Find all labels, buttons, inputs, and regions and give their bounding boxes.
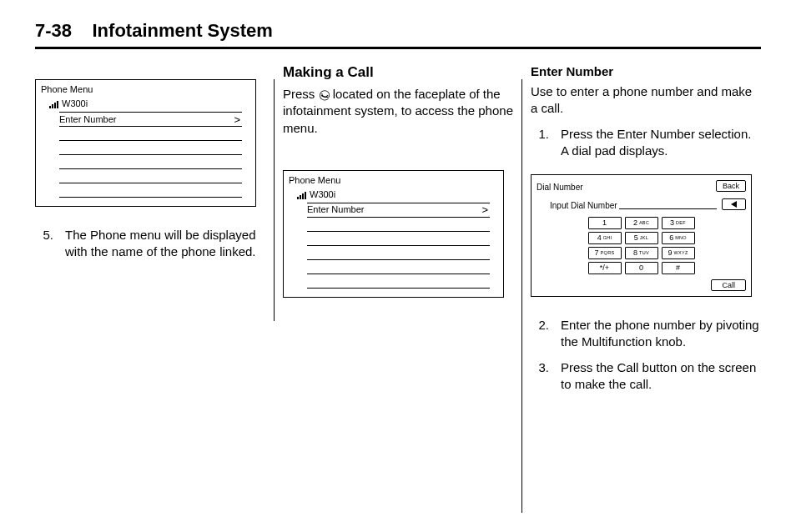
step-text: Press the Call button on the screen to m… xyxy=(561,359,761,394)
header-rule xyxy=(35,47,761,49)
column-separator xyxy=(274,79,275,321)
page-number: 7-38 xyxy=(35,20,72,41)
key-0: 0 xyxy=(625,262,658,274)
enter-number-label: Enter Number xyxy=(307,205,364,214)
empty-row xyxy=(307,260,490,274)
backspace-button xyxy=(722,198,746,210)
column-separator xyxy=(521,79,522,513)
bt-device-name: W300i xyxy=(310,190,335,199)
enter-number-heading: Enter Number xyxy=(531,64,761,78)
phone-menu-figure-2: Phone Menu W300i Enter Number > xyxy=(283,170,504,298)
empty-row xyxy=(59,127,242,141)
key-5-jkl: 5JKL xyxy=(625,232,658,244)
key-hash: # xyxy=(662,262,695,274)
step-number: 1. xyxy=(531,126,549,160)
backspace-icon xyxy=(731,201,737,208)
back-button: Back xyxy=(716,180,746,192)
step-number: 3. xyxy=(531,359,549,394)
step-text: Press the Enter Number selection. A dial… xyxy=(561,126,761,160)
key-7-pqrs: 7PQRS xyxy=(588,247,622,259)
key-2-abc: 2ABC xyxy=(625,217,658,229)
phone-menu-title: Phone Menu xyxy=(289,176,498,185)
phone-menu-figure-1: Phone Menu W300i Enter Number > xyxy=(35,79,256,207)
para-before: Press xyxy=(283,87,319,101)
phone-icon: ✆ xyxy=(324,90,325,101)
phone-menu-title: Phone Menu xyxy=(41,85,250,94)
step-text: The Phone menu will be displayed with th… xyxy=(65,227,265,261)
empty-row xyxy=(307,218,490,232)
key-8-tuv: 8TUV xyxy=(625,247,658,259)
step-item: 2. Enter the phone number by pivoting th… xyxy=(531,317,761,351)
key-star: */+ xyxy=(588,262,622,274)
making-a-call-paragraph: Press ✆ located on the faceplate of the … xyxy=(283,86,513,137)
dial-pad-figure: Dial Number Back Input Dial Number 1 2AB… xyxy=(531,174,752,297)
enter-number-intro: Use to enter a phone number and make a c… xyxy=(531,83,761,118)
step-number: 2. xyxy=(531,317,549,351)
section-title: Infotainment System xyxy=(93,20,273,41)
call-button: Call xyxy=(711,279,746,291)
empty-row xyxy=(307,274,490,289)
empty-row xyxy=(59,169,242,183)
input-label: Input Dial Number xyxy=(550,202,617,210)
empty-row xyxy=(307,246,490,260)
step-item: 1. Press the Enter Number selection. A d… xyxy=(531,126,761,160)
making-a-call-heading: Making a Call xyxy=(283,64,513,81)
key-4-ghi: 4GHI xyxy=(588,232,622,244)
key-1: 1 xyxy=(588,217,622,229)
empty-row xyxy=(59,183,242,198)
signal-icon xyxy=(297,192,306,199)
input-field-line xyxy=(619,207,717,209)
empty-row xyxy=(59,155,242,169)
enter-number-row: Enter Number > xyxy=(307,203,490,218)
key-3-def: 3DEF xyxy=(662,217,695,229)
dial-number-title: Dial Number xyxy=(537,183,583,192)
step-number: 5. xyxy=(35,227,53,261)
step-text: Enter the phone number by pivoting the M… xyxy=(561,317,761,351)
empty-row xyxy=(307,232,490,246)
step-item: 5. The Phone menu will be displayed with… xyxy=(35,227,265,261)
dial-keypad: 1 2ABC 3DEF 4GHI 5JKL 6MNO 7PQRS 8TUV 9W… xyxy=(588,217,695,274)
bt-device-name: W300i xyxy=(62,99,88,108)
key-6-mno: 6MNO xyxy=(662,232,695,244)
signal-icon xyxy=(49,101,58,108)
step-item: 3. Press the Call button on the screen t… xyxy=(531,359,761,394)
column-2: Making a Call Press ✆ located on the fac… xyxy=(283,64,513,513)
key-9-wxyz: 9WXYZ xyxy=(662,247,695,259)
chevron-right-icon: > xyxy=(234,114,242,125)
running-header: 7-38 Infotainment System xyxy=(35,20,761,45)
empty-row xyxy=(59,141,242,155)
column-1: Phone Menu W300i Enter Number > xyxy=(35,64,265,513)
column-3: Enter Number Use to enter a phone number… xyxy=(531,64,761,513)
chevron-right-icon: > xyxy=(481,204,490,215)
enter-number-label: Enter Number xyxy=(59,115,116,124)
enter-number-row: Enter Number > xyxy=(59,112,242,127)
